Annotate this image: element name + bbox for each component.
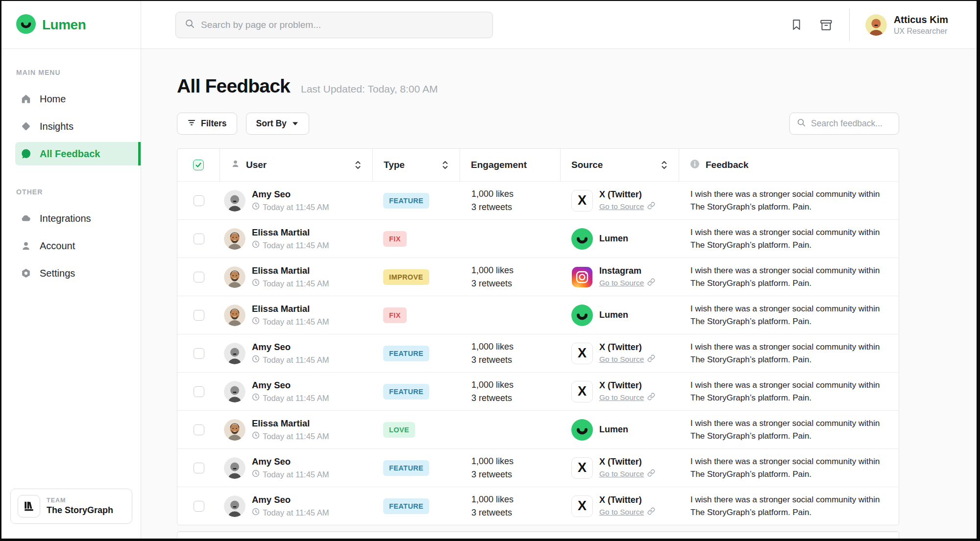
table-row[interactable]: Amy Seo Today at 11:45 AM FEATURE 1,000 … [177, 448, 899, 487]
type-badge: FIX [383, 231, 407, 247]
table-row[interactable]: Elissa Martial Today at 11:45 AM IMPROVE… [177, 258, 899, 296]
source-name: X (Twitter) [599, 380, 655, 391]
feedback-search-input[interactable] [811, 118, 892, 129]
type-badge: LOVE [383, 422, 415, 438]
row-checkbox[interactable] [194, 310, 204, 321]
engagement-cell: 1,000 likes 3 retweets [460, 334, 561, 372]
row-checkbox[interactable] [194, 386, 204, 397]
engagement-cell [460, 296, 561, 334]
sidebar-item-label: Home [40, 94, 66, 105]
feedback-icon [20, 148, 32, 159]
feedback-table-continued: Elissa Martial Today at 11:45 AM LOVE X [177, 531, 899, 539]
integrations-icon [20, 212, 32, 224]
column-header-source: Source [571, 160, 603, 170]
source-name: Instagram [599, 266, 655, 276]
lumen-source-icon [571, 419, 593, 441]
last-updated: Last Updated: Today, 8:00 AM [301, 83, 438, 95]
feedback-text: I wish there was a stronger social commu… [679, 532, 899, 539]
filters-button[interactable]: Filters [177, 113, 237, 135]
go-to-source-link[interactable]: Go to Source [599, 278, 655, 288]
table-row[interactable]: Elissa Martial Today at 11:45 AM FIX X [177, 219, 899, 258]
sidebar-item-settings[interactable]: Settings [15, 261, 141, 285]
table-row[interactable]: Amy Seo Today at 11:45 AM FEATURE 1,000 … [177, 372, 899, 410]
type-badge: FEATURE [383, 346, 429, 361]
filter-icon [187, 118, 196, 129]
row-checkbox[interactable] [194, 501, 204, 512]
global-search-input[interactable] [201, 20, 484, 30]
table-row[interactable]: Amy Seo Today at 11:45 AM FEATURE 1,000 … [177, 334, 899, 372]
team-card[interactable]: TEAM The StoryGraph [10, 489, 132, 524]
engagement-cell: 1,000 likes 3 retweets [460, 373, 561, 410]
sidebar-item-all-feedback[interactable]: All Feedback [15, 142, 141, 165]
row-timestamp: Today at 11:45 AM [252, 431, 329, 441]
row-timestamp: Today at 11:45 AM [252, 393, 329, 403]
link-icon [647, 393, 655, 402]
go-to-source-link[interactable]: Go to Source [599, 469, 655, 479]
sort-by-button[interactable]: Sort By [246, 113, 309, 135]
engagement-cell: 1,000 likes 3 retweets [460, 182, 561, 219]
engagement-cell: 1,000 likes 3 retweets [460, 258, 561, 296]
sidebar-item-integrations[interactable]: Integrations [15, 207, 141, 230]
sidebar-section-main-menu: MAIN MENU [1, 69, 141, 76]
feedback-text: I wish there was a stronger social commu… [679, 487, 899, 525]
column-header-user: User [246, 160, 267, 170]
row-checkbox[interactable] [194, 195, 204, 206]
engagement-cell [460, 532, 561, 539]
sort-source-icon[interactable] [661, 160, 668, 170]
table-row[interactable]: Amy Seo Today at 11:45 AM FEATURE 1,000 … [177, 181, 899, 219]
go-to-source-link[interactable]: Go to Source [599, 393, 655, 402]
clock-icon [252, 202, 260, 212]
row-checkbox[interactable] [194, 463, 204, 473]
bookmark-icon[interactable] [790, 18, 803, 31]
go-to-source-link[interactable]: Go to Source [599, 202, 655, 212]
table-row[interactable]: Elissa Martial Today at 11:45 AM FIX X [177, 296, 899, 334]
go-to-source-link[interactable]: Go to Source [599, 354, 655, 364]
feedback-text: I wish there was a stronger social commu… [679, 182, 899, 219]
brand-logo[interactable]: Lumen [1, 1, 141, 49]
clock-icon [252, 279, 260, 288]
column-header-feedback: Feedback [706, 160, 749, 170]
info-icon [690, 159, 700, 171]
row-user-name: Amy Seo [252, 342, 329, 353]
sidebar-item-account[interactable]: Account [15, 234, 141, 258]
settings-icon [20, 268, 32, 279]
row-timestamp: Today at 11:45 AM [252, 202, 329, 212]
row-checkbox[interactable] [194, 272, 204, 282]
avatar [224, 228, 245, 250]
sidebar-item-label: Insights [40, 121, 74, 132]
row-user-name: Amy Seo [252, 456, 329, 467]
clock-icon [252, 431, 260, 441]
table-row[interactable]: Elissa Martial Today at 11:45 AM LOVE X [177, 410, 899, 448]
go-to-source-link[interactable]: Go to Source [599, 507, 655, 517]
app-window: Lumen MAIN MENU Home Insights All Fee [1, 1, 977, 539]
sidebar-item-insights[interactable]: Insights [15, 115, 141, 138]
table-row[interactable]: Amy Seo Today at 11:45 AM FEATURE 1,000 … [177, 487, 899, 525]
source-name: Lumen [599, 234, 628, 244]
table-row[interactable]: Elissa Martial Today at 11:45 AM LOVE X [177, 532, 899, 539]
sort-user-icon[interactable] [354, 160, 362, 170]
source-name: Lumen [599, 310, 628, 320]
global-search[interactable] [175, 12, 493, 38]
row-checkbox[interactable] [194, 348, 204, 359]
sidebar-item-home[interactable]: Home [15, 87, 141, 111]
select-all-checkbox[interactable] [193, 160, 204, 170]
link-icon [647, 202, 655, 212]
feedback-search[interactable] [789, 113, 899, 135]
user-profile[interactable]: Atticus Kim UX Researcher [865, 14, 948, 36]
sort-type-icon[interactable] [441, 160, 449, 170]
search-icon [185, 19, 195, 31]
row-checkbox[interactable] [194, 424, 204, 435]
team-label: TEAM [47, 497, 113, 504]
row-checkbox[interactable] [194, 234, 204, 244]
engagement-cell: 1,000 likes 3 retweets [460, 449, 561, 487]
sidebar-item-label: Account [40, 240, 75, 252]
sidebar-item-label: Integrations [40, 213, 91, 224]
x-twitter-icon: X [571, 190, 593, 212]
archive-icon[interactable] [819, 18, 833, 32]
row-user-name: Amy Seo [252, 494, 329, 505]
clock-icon [252, 393, 260, 403]
topbar-divider [849, 9, 850, 41]
row-user-name: Elissa Martial [252, 227, 329, 238]
row-user-name: Amy Seo [252, 189, 329, 200]
link-icon [647, 507, 655, 517]
